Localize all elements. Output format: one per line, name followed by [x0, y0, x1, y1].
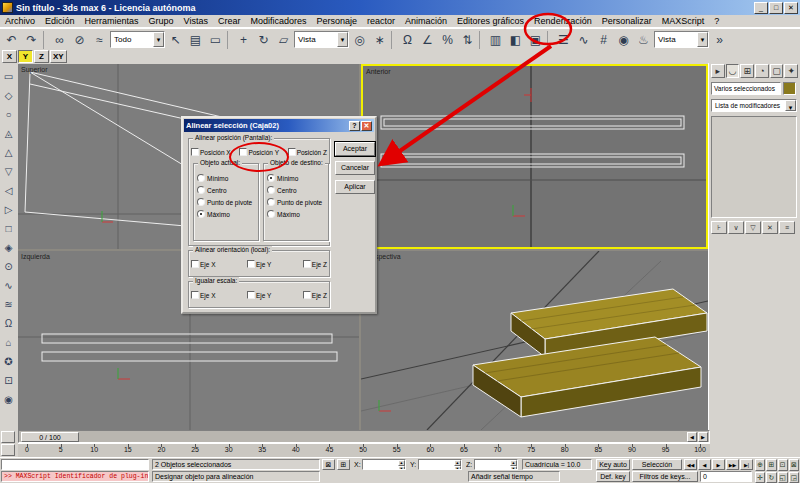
apply-button[interactable]: Aplicar	[335, 180, 375, 194]
checkbox[interactable]	[303, 260, 311, 268]
snap-toggle-icon[interactable]: Ω	[398, 30, 417, 49]
axis-checkbox[interactable]: Eje Y	[247, 291, 271, 299]
tab-create[interactable]: ▸	[711, 64, 725, 78]
radio-circle[interactable]	[197, 198, 205, 206]
minimize-button[interactable]: _	[754, 2, 768, 14]
move-icon[interactable]: +	[234, 30, 253, 49]
menu-item[interactable]: Archivo	[0, 16, 40, 26]
selection-filter-dropdown[interactable]: Todo ▾	[110, 31, 165, 48]
align-selection-dialog[interactable]: Alinear selección (Caja02) ? ✕ Alinear p…	[181, 116, 377, 314]
menu-item[interactable]: Grupo	[144, 16, 179, 26]
left-toolbar-icon[interactable]: ◬	[2, 126, 16, 140]
go-end-button[interactable]: ▶|	[740, 459, 753, 470]
material-editor-icon[interactable]: ◉	[614, 30, 633, 49]
left-toolbar-icon[interactable]: ◉	[2, 392, 16, 406]
left-toolbar-icon[interactable]: ▽	[2, 164, 16, 178]
schematic-view-icon[interactable]: #	[594, 30, 613, 49]
axis-checkbox[interactable]: Eje Y	[247, 260, 271, 268]
key-filters-button[interactable]: Filtros de keys...	[632, 471, 698, 482]
spinner-down-icon[interactable]: ▾	[510, 466, 517, 470]
select-and-link-icon[interactable]: ∞	[50, 30, 69, 49]
left-toolbar-icon[interactable]: ⊡	[2, 373, 16, 387]
named-selection-icon[interactable]: ▥	[486, 30, 505, 49]
spinner[interactable]: ▴▾	[454, 460, 461, 469]
left-toolbar-icon[interactable]: ◁	[2, 183, 16, 197]
render-type-dropdown[interactable]: Vista ▾	[654, 31, 709, 48]
left-toolbar-icon[interactable]: ⌂	[2, 335, 16, 349]
tab-modify[interactable]: ◡	[726, 64, 740, 78]
spinner-down-icon[interactable]: ▾	[398, 466, 405, 470]
spinner-snap-icon[interactable]: ⇅	[458, 30, 477, 49]
left-toolbar-icon[interactable]: ⊙	[2, 259, 16, 273]
current-frame-field[interactable]: 0	[700, 471, 752, 482]
select-object-icon[interactable]: ↖	[166, 30, 185, 49]
left-toolbar-icon[interactable]: ✪	[2, 354, 16, 368]
chevron-down-icon[interactable]: ▾	[697, 32, 708, 47]
close-icon[interactable]: ✕	[361, 121, 372, 131]
left-toolbar-icon[interactable]: △	[2, 145, 16, 159]
position-checkbox[interactable]: Posición Z	[288, 148, 327, 156]
timeline-ruler[interactable]: 0510152025303540455055606570758085909510…	[18, 443, 710, 457]
radio-option[interactable]: Punto de pivote	[267, 198, 328, 206]
spinner[interactable]: ▴▾	[510, 460, 517, 469]
axis-checkbox[interactable]: Eje X	[191, 291, 216, 299]
left-toolbar-icon[interactable]: ▷	[2, 202, 16, 216]
axis-checkbox[interactable]: Eje Z	[303, 260, 327, 268]
angle-snap-icon[interactable]: ∠	[418, 30, 437, 49]
menu-item[interactable]: Crear	[213, 16, 246, 26]
x-coordinate-field[interactable]: ▴▾	[362, 459, 406, 470]
radio-circle[interactable]	[197, 186, 205, 194]
add-time-tag[interactable]: Añadir señal tiempo	[468, 471, 560, 482]
menu-item[interactable]: Herramientas	[80, 16, 144, 26]
radio-option[interactable]: Mínimo	[197, 174, 258, 182]
left-toolbar-icon[interactable]: ◇	[2, 88, 16, 102]
radio-circle[interactable]	[267, 198, 275, 206]
next-key-button[interactable]: ▶	[698, 432, 708, 442]
chevron-down-icon[interactable]: ▾	[785, 100, 796, 111]
cancel-button[interactable]: Cancelar	[335, 161, 375, 175]
menu-item[interactable]: ?	[709, 16, 724, 26]
absolute-mode-icon[interactable]: ⊞	[337, 459, 350, 470]
time-slider[interactable]: 0 / 100	[21, 432, 79, 442]
axis-constraint-button[interactable]: XY	[50, 50, 67, 63]
go-start-button[interactable]: ◀◀	[684, 459, 697, 470]
mirror-icon[interactable]: ◧	[506, 30, 525, 49]
chevron-down-icon[interactable]: ▾	[153, 32, 164, 47]
selection-lock-icon[interactable]: ⊠	[322, 459, 335, 470]
viewport-label[interactable]: Superior	[21, 66, 47, 73]
arc-rotate-icon[interactable]: ↻	[766, 472, 776, 483]
viewport-label[interactable]: Izquierda	[21, 253, 50, 260]
menu-item[interactable]: Editores gráficos	[452, 16, 529, 26]
left-toolbar-icon[interactable]: ◈	[2, 240, 16, 254]
checkbox[interactable]	[247, 260, 255, 268]
checkbox[interactable]	[303, 291, 311, 299]
radio-option[interactable]: Máximo	[267, 210, 328, 218]
region-zoom-icon[interactable]: ◱	[778, 472, 788, 483]
radio-circle[interactable]	[267, 210, 275, 218]
percent-snap-icon[interactable]: %	[438, 30, 457, 49]
tab-hierarchy[interactable]: ⊞	[740, 64, 754, 78]
zoom-extents-all-icon[interactable]: ⊠	[789, 459, 799, 471]
render-scene-icon[interactable]: ♨	[634, 30, 653, 49]
radio-option[interactable]: Centro	[197, 186, 258, 194]
left-toolbar-icon[interactable]: ≋	[2, 297, 16, 311]
reference-coordinate-dropdown[interactable]: Vista ▾	[294, 31, 349, 48]
layer-manager-icon[interactable]: ☰	[554, 30, 573, 49]
pan-icon[interactable]: ✛	[755, 472, 765, 483]
menu-item[interactable]: Renderización	[529, 16, 597, 26]
left-toolbar-icon[interactable]: Ω	[2, 316, 16, 330]
pin-stack-icon[interactable]: ⊦	[711, 221, 727, 234]
maxscript-macro-line[interactable]: >> MAXScript Identificador de plug-in gu…	[1, 471, 149, 482]
axis-constraint-button[interactable]: Z	[34, 50, 49, 63]
viewport-front-active[interactable]: Anterior	[361, 64, 708, 249]
axis-constraint-button[interactable]: Y	[18, 50, 33, 63]
menu-item[interactable]: Modificadores	[245, 16, 311, 26]
remove-modifier-icon[interactable]: ✕	[762, 221, 778, 234]
menu-item[interactable]: Edición	[40, 16, 80, 26]
unlink-icon[interactable]: ⊘	[70, 30, 89, 49]
make-unique-icon[interactable]: ▽	[745, 221, 761, 234]
checkbox[interactable]	[191, 260, 199, 268]
maxscript-listener-line[interactable]	[1, 459, 149, 470]
region-select-icon[interactable]: ▭	[206, 30, 225, 49]
zoom-icon[interactable]: ⊕	[755, 459, 765, 471]
